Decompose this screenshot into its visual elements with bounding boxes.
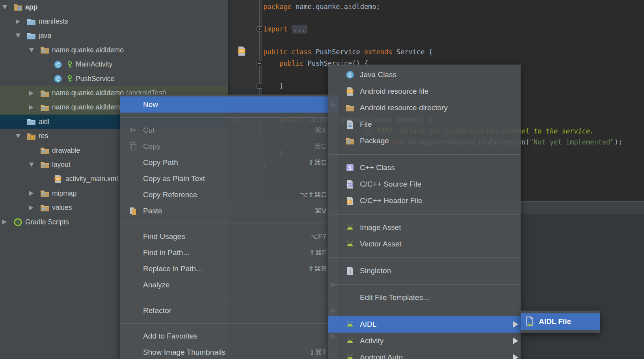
menu-item-label: C/C++ Source File: [360, 180, 509, 189]
menu-item-android-resource-directory[interactable]: Android resource directory: [328, 100, 521, 116]
menu-item-shortcut: ⌘X: [315, 126, 326, 135]
menu-item-copy-reference[interactable]: Copy Reference⌥⇧⌘C: [120, 187, 338, 203]
chevron-right-icon[interactable]: [1, 220, 13, 224]
chevron-right-icon[interactable]: [14, 19, 26, 24]
class-icon: C: [345, 70, 355, 80]
code-segment-pl: [263, 59, 279, 67]
file-icon: [345, 120, 355, 129]
key-icon: [65, 61, 74, 68]
menu-item-activity[interactable]: Activity: [328, 333, 521, 349]
code-segment-pl: name.quanke.aidldemo;: [292, 3, 380, 11]
menu-item-label: Edit File Templates...: [360, 293, 509, 302]
chevron-right-icon[interactable]: [28, 191, 39, 196]
chevron-right-icon[interactable]: [28, 91, 39, 96]
svg-text:C: C: [56, 76, 60, 82]
menu-separator: [120, 318, 338, 328]
menu-item-android-resource-file[interactable]: <>Android resource file: [328, 83, 521, 100]
svg-text:h: h: [348, 199, 351, 204]
tree-item-name-quanke-aidldemo[interactable]: name.quanke.aidldemo: [0, 43, 228, 57]
submenu-arrow-icon: [513, 354, 518, 359]
code-line: import ...: [263, 24, 644, 35]
svg-text:C++: C++: [347, 183, 353, 187]
menu-item-copy: Copy⌘C: [120, 138, 338, 154]
code-segment-fold: ...: [292, 25, 307, 33]
fold-minus-icon[interactable]: −: [257, 83, 262, 89]
menu-item-android-auto[interactable]: Android Auto: [328, 349, 521, 359]
tree-item-label: layout: [52, 161, 71, 169]
menu-item-find-in-path-[interactable]: Find in Path...⇧⌘F: [120, 244, 338, 261]
menu-item-refactor[interactable]: Refactor: [120, 302, 338, 318]
menu-item-aidl-file[interactable]: AIDL File: [521, 313, 600, 330]
empty-icon: [128, 248, 138, 257]
menu-item-copy-as-plain-text[interactable]: Copy as Plain Text: [120, 170, 338, 187]
menu-item-analyze[interactable]: Analyze: [120, 277, 338, 293]
chevron-down-icon[interactable]: [14, 33, 26, 38]
menu-item-cut: ✂Cut⌘X: [120, 122, 338, 138]
chevron-down-icon[interactable]: [28, 48, 39, 52]
menu-item-shortcut: ⌘V: [315, 207, 326, 215]
submenu-arrow-icon: [513, 338, 518, 344]
menu-item-paste[interactable]: Paste⌘V: [120, 203, 338, 219]
triangle-right-icon: [29, 191, 34, 196]
menu-item-c-c-header-file[interactable]: hC/C++ Header File: [328, 192, 521, 209]
menu-item-c-class[interactable]: SC++ Class: [328, 159, 521, 176]
tree-item-label: manifests: [39, 17, 68, 26]
menu-item-image-asset[interactable]: Image Asset: [328, 219, 521, 236]
package-icon: [39, 89, 50, 97]
menu-item-aidl[interactable]: AIDL: [328, 316, 521, 333]
triangle-right-icon: [29, 205, 34, 210]
menu-separator: [328, 149, 521, 159]
menu-item-shortcut: ⌥F7: [310, 232, 326, 241]
code-segment-str: "Not yet implemented": [530, 138, 614, 146]
menu-item-find-usages[interactable]: Find Usages⌥F7: [120, 228, 338, 244]
chevron-right-icon[interactable]: [28, 205, 39, 210]
singleton-icon: j: [345, 266, 355, 276]
menu-item-add-to-favorites[interactable]: Add to Favorites: [120, 328, 338, 344]
tree-item-pushservice[interactable]: CPushService: [0, 72, 228, 86]
tree-item-app[interactable]: app: [0, 0, 228, 14]
menu-separator: [328, 209, 521, 219]
tree-item-java[interactable]: java: [0, 29, 228, 43]
menu-item-file[interactable]: File: [328, 116, 521, 133]
menu-item-new[interactable]: New: [120, 96, 338, 113]
tree-item-label: MainActivity: [76, 60, 112, 68]
menu-item-singleton[interactable]: jSingleton: [328, 263, 521, 279]
svg-text:S: S: [348, 165, 352, 171]
tree-item-label: values: [52, 204, 72, 212]
fold-plus-icon[interactable]: +: [257, 26, 262, 32]
menu-item-copy-path[interactable]: Copy Path⇧⌘C: [120, 154, 338, 170]
menu-item-shortcut: ⇧⌘T: [309, 348, 326, 357]
menu-item-package[interactable]: Package: [328, 133, 521, 149]
menu-item-vector-asset[interactable]: Vector Asset: [328, 236, 521, 252]
chevron-down-icon[interactable]: [14, 134, 26, 138]
tree-item-label: Gradle Scripts: [25, 218, 69, 226]
tree-item-label: PushService: [76, 75, 114, 83]
chevron-right-icon[interactable]: [28, 105, 39, 110]
menu-item-label: Paste: [143, 207, 309, 215]
menu-item-shortcut: ⇧⌘R: [308, 265, 326, 273]
menu-item-label: Java Class: [360, 70, 509, 79]
related-xml-file-gutter-icon[interactable]: <>: [237, 46, 246, 58]
tree-item-manifests[interactable]: manifests: [0, 14, 228, 28]
empty-icon: [128, 232, 138, 241]
menu-item-show-image-thumbnails[interactable]: Show Image Thumbnails⇧⌘T: [120, 344, 338, 359]
menu-item-label: Analyze: [143, 281, 326, 289]
menu-item-java-class[interactable]: CJava Class: [328, 67, 521, 83]
folder-tan-icon: [345, 103, 355, 113]
aidl-file-icon: [525, 316, 535, 327]
chevron-down-icon[interactable]: [28, 163, 39, 167]
android-icon: [345, 223, 355, 232]
tree-item-label: mipmap: [52, 189, 76, 198]
chevron-down-icon[interactable]: [1, 5, 13, 9]
menu-item-c-c-source-file[interactable]: C++C/C++ Source File: [328, 176, 521, 192]
menu-item-replace-in-path-[interactable]: Replace in Path...⇧⌘R: [120, 261, 338, 277]
menu-separator: [328, 279, 521, 289]
tree-item-mainactivity[interactable]: CMainActivity: [0, 57, 228, 72]
empty-icon: [128, 264, 138, 274]
context-menu: New✂Cut⌘XCopy⌘CCopy Path⇧⌘CCopy as Plain…: [120, 94, 338, 359]
fold-minus-icon[interactable]: −: [257, 61, 262, 66]
folder-icon: [26, 18, 36, 26]
menu-item-edit-file-templates-[interactable]: Edit File Templates...: [328, 289, 521, 306]
menu-item-label: Copy as Plain Text: [143, 174, 326, 183]
menu-item-label: Activity: [360, 337, 509, 345]
